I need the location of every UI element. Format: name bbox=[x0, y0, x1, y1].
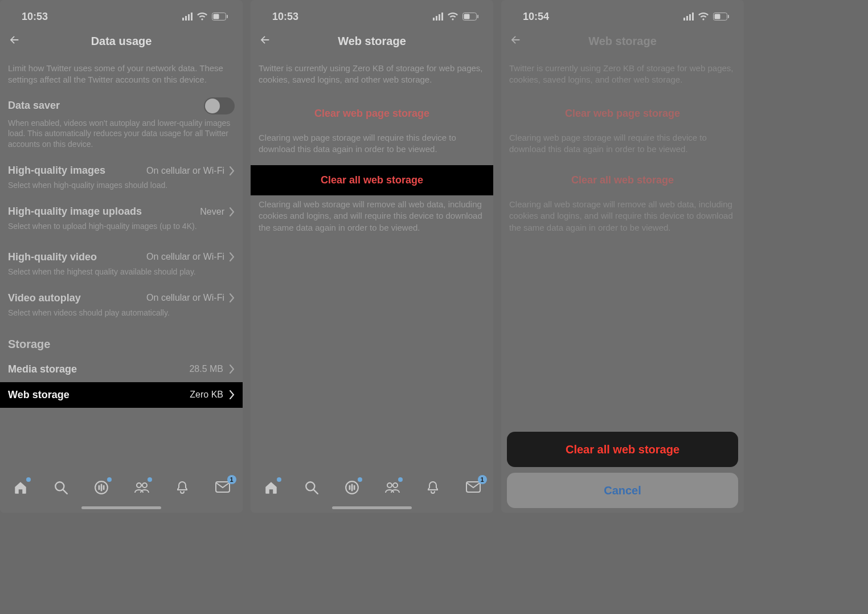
web-storage-row[interactable]: Web storage Zero KB bbox=[0, 382, 243, 408]
notification-dot bbox=[277, 477, 281, 482]
cellular-icon bbox=[182, 13, 193, 21]
tab-bar: 1 bbox=[0, 472, 243, 513]
clear-all-web-storage-button: Clear all web storage bbox=[501, 165, 744, 195]
status-time: 10:53 bbox=[22, 11, 48, 23]
tab-home[interactable] bbox=[11, 478, 30, 497]
web-storage-value-text: Zero KB bbox=[190, 390, 223, 400]
cellular-icon bbox=[433, 13, 443, 21]
hq-uploads-value-text: Never bbox=[200, 207, 224, 217]
chevron-right-icon bbox=[229, 166, 235, 175]
page-header: Web storage bbox=[251, 27, 493, 55]
status-icons bbox=[182, 13, 228, 21]
svg-rect-26 bbox=[728, 15, 729, 18]
hq-uploads-value: Never bbox=[200, 207, 235, 217]
intro-text: Limit how Twitter uses some of your netw… bbox=[0, 55, 243, 92]
page-title: Web storage bbox=[588, 35, 657, 48]
svg-point-15 bbox=[306, 482, 314, 490]
media-storage-value: 28.5 MB bbox=[189, 364, 235, 374]
tab-communities[interactable] bbox=[383, 478, 402, 497]
media-storage-label: Media storage bbox=[8, 363, 77, 375]
tab-spaces[interactable] bbox=[343, 478, 361, 497]
svg-rect-7 bbox=[100, 484, 102, 492]
autoplay-label: Video autoplay bbox=[8, 292, 81, 304]
status-time: 10:53 bbox=[272, 11, 298, 23]
tab-search[interactable] bbox=[52, 478, 70, 497]
clear-web-page-storage-button[interactable]: Clear web page storage bbox=[251, 99, 493, 129]
clear-web-page-storage-button: Clear web page storage bbox=[501, 99, 744, 129]
messages-badge: 1 bbox=[227, 475, 236, 484]
svg-rect-19 bbox=[351, 484, 353, 492]
hq-video-label: High-quality video bbox=[8, 251, 97, 263]
tab-communities[interactable] bbox=[133, 478, 151, 497]
svg-rect-13 bbox=[464, 14, 470, 19]
chevron-right-icon bbox=[229, 207, 235, 216]
status-time: 10:54 bbox=[523, 11, 549, 23]
sheet-clear-all-button[interactable]: Clear all web storage bbox=[507, 432, 738, 467]
hq-images-value: On cellular or Wi-Fi bbox=[146, 166, 235, 176]
data-saver-label: Data saver bbox=[8, 100, 60, 112]
home-indicator bbox=[81, 506, 161, 509]
intro-text: Twitter is currently using Zero KB of st… bbox=[501, 55, 744, 92]
svg-rect-20 bbox=[353, 485, 355, 490]
data-saver-toggle[interactable] bbox=[204, 97, 235, 114]
back-button[interactable] bbox=[509, 34, 522, 48]
tab-messages[interactable]: 1 bbox=[214, 478, 232, 497]
intro-text: Twitter is currently using Zero KB of st… bbox=[251, 55, 493, 92]
hq-images-label: High-quality images bbox=[8, 165, 105, 177]
hq-video-value-text: On cellular or Wi-Fi bbox=[146, 252, 224, 262]
tab-notifications[interactable] bbox=[173, 478, 191, 497]
notification-dot bbox=[358, 477, 362, 482]
status-bar: 10:53 bbox=[251, 0, 493, 27]
cellular-icon bbox=[683, 13, 694, 21]
chevron-right-icon bbox=[229, 365, 235, 374]
status-bar: 10:53 bbox=[0, 0, 243, 27]
data-saver-row: Data saver bbox=[0, 92, 243, 118]
tab-home[interactable] bbox=[262, 478, 280, 497]
battery-icon bbox=[212, 13, 228, 21]
svg-rect-6 bbox=[98, 485, 100, 490]
screen-web-storage-confirm: 10:54 Web storage Twitter is currently u… bbox=[501, 0, 744, 513]
autoplay-value-text: On cellular or Wi-Fi bbox=[146, 293, 224, 303]
web-storage-value: Zero KB bbox=[190, 390, 235, 400]
autoplay-desc: Select when videos should play automatic… bbox=[0, 308, 243, 328]
wifi-icon bbox=[698, 13, 709, 21]
wifi-icon bbox=[447, 13, 458, 21]
page-title: Data usage bbox=[91, 35, 152, 48]
hq-uploads-row[interactable]: High-quality image uploads Never bbox=[0, 200, 243, 221]
clear-all-desc: Clearing all web storage will remove all… bbox=[501, 195, 744, 244]
hq-images-value-text: On cellular or Wi-Fi bbox=[146, 166, 224, 176]
clear-all-web-storage-button[interactable]: Clear all web storage bbox=[251, 165, 493, 195]
hq-uploads-label: High-quality image uploads bbox=[8, 206, 142, 218]
svg-rect-14 bbox=[477, 15, 478, 18]
tab-notifications[interactable] bbox=[424, 478, 442, 497]
hq-video-row[interactable]: High-quality video On cellular or Wi-Fi bbox=[0, 241, 243, 267]
page-header: Data usage bbox=[0, 27, 243, 55]
media-storage-row[interactable]: Media storage 28.5 MB bbox=[0, 357, 243, 382]
svg-rect-25 bbox=[715, 14, 720, 19]
tab-search[interactable] bbox=[302, 478, 321, 497]
svg-point-10 bbox=[142, 483, 147, 488]
svg-line-4 bbox=[63, 490, 67, 494]
hq-images-desc: Select when high-quality images should l… bbox=[0, 180, 243, 200]
status-bar: 10:54 bbox=[501, 0, 744, 27]
battery-icon bbox=[462, 13, 478, 21]
svg-rect-8 bbox=[103, 485, 104, 490]
sheet-cancel-button[interactable]: Cancel bbox=[507, 473, 738, 508]
back-button[interactable] bbox=[259, 34, 271, 48]
svg-point-22 bbox=[393, 483, 398, 488]
storage-heading: Storage bbox=[0, 328, 243, 357]
autoplay-row[interactable]: Video autoplay On cellular or Wi-Fi bbox=[0, 286, 243, 308]
svg-point-21 bbox=[387, 483, 392, 488]
web-storage-label: Web storage bbox=[8, 389, 69, 401]
status-icons bbox=[433, 13, 478, 21]
back-button[interactable] bbox=[8, 34, 21, 48]
action-sheet: Clear all web storage Cancel bbox=[507, 426, 738, 508]
notification-dot bbox=[107, 477, 112, 482]
tab-messages[interactable]: 1 bbox=[464, 478, 482, 497]
notification-dot bbox=[148, 477, 152, 482]
hq-images-row[interactable]: High-quality images On cellular or Wi-Fi bbox=[0, 159, 243, 180]
screen-web-storage: 10:53 Web storage Twitter is currently u… bbox=[251, 0, 493, 513]
clear-all-desc: Clearing all web storage will remove all… bbox=[251, 195, 493, 244]
tab-spaces[interactable] bbox=[92, 478, 110, 497]
tab-bar: 1 bbox=[251, 472, 493, 513]
